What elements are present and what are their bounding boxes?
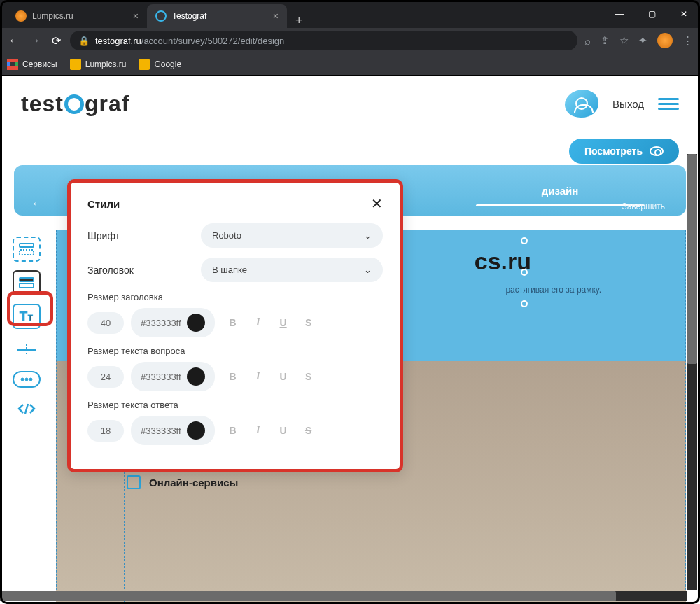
bold-button[interactable]: B xyxy=(227,317,239,328)
bookmark-lumpics[interactable]: Lumpics.ru xyxy=(70,59,127,70)
styles-panel: Стили ✕ Шрифт Roboto ⌄ Заголовок В шапке… xyxy=(67,179,403,472)
checkbox-icon[interactable] xyxy=(127,475,141,489)
underline-button[interactable]: U xyxy=(278,371,289,382)
horizontal-scrollbar[interactable] xyxy=(0,591,687,601)
strike-button[interactable]: S xyxy=(303,425,314,436)
eye-icon xyxy=(650,146,664,156)
size-input[interactable]: 40 xyxy=(88,312,124,334)
tool-header[interactable] xyxy=(13,270,41,295)
back-button[interactable]: ← xyxy=(7,34,21,47)
nav-tab-design[interactable]: дизайн xyxy=(455,185,665,197)
resize-handle[interactable] xyxy=(521,300,528,307)
color-swatch xyxy=(187,421,205,440)
lock-icon: 🔒 xyxy=(78,36,90,46)
svg-rect-1 xyxy=(20,250,34,255)
preview-button[interactable]: Посмотреть xyxy=(569,139,679,164)
strike-button[interactable]: S xyxy=(303,317,314,328)
reload-button[interactable]: ⟳ xyxy=(49,34,63,48)
favicon-icon xyxy=(155,10,167,22)
close-window-button[interactable]: ✕ xyxy=(668,0,700,28)
chevron-down-icon: ⌄ xyxy=(364,230,372,241)
minimize-button[interactable]: — xyxy=(603,0,636,28)
key-icon[interactable]: ⌕ xyxy=(584,35,591,47)
bold-button[interactable]: B xyxy=(227,371,239,382)
menu-icon[interactable]: ⋮ xyxy=(682,34,693,47)
svg-rect-0 xyxy=(20,244,34,247)
tool-code[interactable] xyxy=(13,396,41,421)
color-input[interactable]: #333333ff xyxy=(131,362,215,391)
color-swatch xyxy=(187,367,205,386)
browser-tab-lumpics[interactable]: Lumpics.ru × xyxy=(7,4,147,28)
url-path: /account/survey/500272/edit/design xyxy=(141,36,285,46)
nav-finish-link[interactable]: Завершить xyxy=(622,202,665,211)
user-avatar-button[interactable] xyxy=(565,90,598,118)
folder-icon xyxy=(70,59,81,70)
svg-text:T: T xyxy=(20,309,27,323)
underline-button[interactable]: U xyxy=(278,317,289,328)
close-icon[interactable]: × xyxy=(273,10,279,22)
section-label: Размер текста ответа xyxy=(88,400,383,410)
font-label: Шрифт xyxy=(88,230,192,241)
color-swatch xyxy=(187,314,205,332)
section-label: Размер текста вопроса xyxy=(88,346,383,356)
svg-point-8 xyxy=(21,378,24,381)
header-position-label: Заголовок xyxy=(88,265,192,276)
svg-text:T: T xyxy=(28,314,33,322)
address-bar[interactable]: 🔒 testograf.ru/account/survey/500272/edi… xyxy=(70,31,578,50)
vertical-scrollbar[interactable] xyxy=(687,154,697,590)
svg-rect-2 xyxy=(20,278,34,281)
share-icon[interactable]: ⇪ xyxy=(601,34,610,47)
logout-link[interactable]: Выход xyxy=(612,98,644,110)
close-icon[interactable]: × xyxy=(133,10,139,22)
size-input[interactable]: 24 xyxy=(88,366,124,388)
svg-line-11 xyxy=(25,404,28,414)
favicon-icon xyxy=(15,10,27,22)
forward-button[interactable]: → xyxy=(28,34,42,47)
size-input[interactable]: 18 xyxy=(88,420,124,442)
italic-button[interactable]: I xyxy=(253,371,264,382)
folder-icon xyxy=(139,59,150,70)
tab-title: Testograf xyxy=(172,11,206,21)
header-position-select[interactable]: В шапке ⌄ xyxy=(201,258,383,282)
font-select[interactable]: Roboto ⌄ xyxy=(201,223,383,248)
panel-title: Стили xyxy=(88,198,120,210)
canvas-hint: растягивая его за рамку. xyxy=(505,285,601,295)
tool-typography[interactable]: TT xyxy=(13,304,41,329)
answer-option[interactable]: Онлайн-сервисы xyxy=(127,470,615,495)
site-logo[interactable]: testgraf xyxy=(21,91,130,117)
italic-button[interactable]: I xyxy=(253,317,264,328)
menu-button[interactable] xyxy=(658,98,679,110)
color-input[interactable]: #333333ff xyxy=(131,416,215,445)
nav-back-icon[interactable]: ← xyxy=(31,197,43,210)
close-icon[interactable]: ✕ xyxy=(371,195,383,212)
svg-point-9 xyxy=(25,378,28,381)
italic-button[interactable]: I xyxy=(253,425,264,436)
apps-icon xyxy=(7,59,18,70)
tab-title: Lumpics.ru xyxy=(32,11,74,21)
bold-button[interactable]: B xyxy=(227,425,239,436)
tool-button[interactable] xyxy=(13,371,41,388)
tool-layout[interactable] xyxy=(13,237,41,262)
user-icon xyxy=(575,97,588,110)
strike-button[interactable]: S xyxy=(303,371,314,382)
chevron-down-icon: ⌄ xyxy=(364,265,372,275)
tool-spacing[interactable] xyxy=(13,337,41,363)
underline-button[interactable]: U xyxy=(278,425,289,436)
svg-rect-3 xyxy=(20,283,34,288)
browser-tab-testograf[interactable]: Testograf × xyxy=(147,4,287,28)
bookmark-services[interactable]: Сервисы xyxy=(7,59,57,70)
new-tab-button[interactable]: + xyxy=(287,13,312,28)
profile-avatar[interactable] xyxy=(657,33,673,48)
star-icon[interactable]: ☆ xyxy=(620,34,629,47)
resize-handle[interactable] xyxy=(521,237,528,244)
maximize-button[interactable]: ▢ xyxy=(636,0,668,28)
color-input[interactable]: #333333ff xyxy=(131,308,215,337)
resize-handle[interactable] xyxy=(521,269,528,276)
url-domain: testograf.ru xyxy=(95,36,141,46)
section-label: Размер заголовка xyxy=(88,292,383,302)
bookmark-google[interactable]: Google xyxy=(139,59,181,70)
extensions-icon[interactable]: ✦ xyxy=(638,34,648,47)
logo-o-icon xyxy=(64,94,84,114)
svg-point-10 xyxy=(29,378,32,381)
